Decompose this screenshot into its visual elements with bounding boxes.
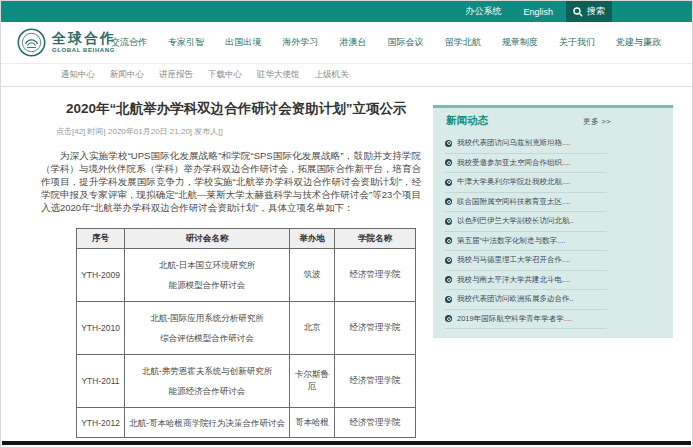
cell-symposium-name: 北航-弗劳恩霍夫系统与创新研究所能源经济合作研讨会: [125, 355, 290, 408]
nav-item-9[interactable]: 关于我们: [559, 36, 595, 49]
news-item-label: 我校代表团访问欧洲拓展多边合作..: [457, 294, 574, 304]
table-header-cell: 序号: [77, 229, 125, 249]
cell-serial: YTH-2012: [77, 408, 125, 438]
main-nav: 交流合作专家引智出国出境海外学习港澳台国际会议留学北航规章制度关于我们党建与廉政: [111, 22, 661, 63]
news-sidebar: 新闻动态 更多 >> 我校代表团访问乌兹别克斯坦格....我校受邀参加亚太空间合…: [433, 105, 673, 338]
top-utility-bar: 办公系统 English 搜索: [1, 1, 692, 22]
news-bullet-icon: [445, 237, 452, 244]
search-button[interactable]: 搜索: [566, 1, 612, 22]
cell-symposium-name: 北航-国际应用系统分析研究所综合评估模型合作研讨会: [125, 302, 290, 355]
cell-city: 筑波: [290, 249, 335, 302]
news-item-label: 我校与南太平洋大学共建北斗电....: [457, 275, 570, 285]
screenshot-bottom-edge: [2, 441, 691, 445]
symposium-name-line: 北航-弗劳恩霍夫系统与创新研究所: [127, 365, 287, 377]
secondary-nav: 通知中心新闻中心讲座报告下载中心驻华大使馆上级机关: [1, 64, 692, 87]
news-item-label: 2019年国际航空科学青年学者学....: [457, 314, 572, 324]
page-title: 2020年“北航举办学科双边合作研讨会资助计划”立项公示: [66, 101, 421, 117]
news-item-label: 我校与马德里理工大学召开合作....: [457, 255, 570, 265]
cell-city: 卡尔斯鲁厄: [290, 355, 335, 408]
news-item-label: 第五届“中法数字化制造与数字....: [457, 236, 565, 246]
symposium-name-line: 综合评估模型合作研讨会: [127, 332, 287, 344]
symposium-name-line: 能源模型合作研讨会: [127, 279, 287, 291]
news-sidebar-title: 新闻动态: [446, 114, 488, 128]
subnav-item-3[interactable]: 讲座报告: [159, 69, 193, 81]
news-item-10[interactable]: 2019年国际航空科学青年学者学....: [445, 310, 607, 330]
news-item-label: 联合国附属空间科技教育亚太区....: [457, 197, 570, 207]
news-item-6[interactable]: 第五届“中法数字化制造与数字....: [445, 232, 607, 252]
english-link[interactable]: English: [523, 7, 553, 17]
nav-item-5[interactable]: 港澳台: [339, 36, 366, 49]
main-content: 2020年“北航举办学科双边合作研讨会资助计划”立项公示 点击[42] 时间[ …: [1, 87, 692, 441]
nav-item-2[interactable]: 专家引智: [168, 36, 204, 49]
table-row: YTH-2012北航-哥本哈根商学院行为决策合作研讨会哥本哈根经济管理学院: [77, 408, 416, 438]
cell-serial: YTH-2010: [77, 302, 125, 355]
cell-city: 哥本哈根: [290, 408, 335, 438]
logo-title: 全球合作: [52, 31, 116, 46]
table-header-cell: 举办地: [290, 229, 335, 249]
nav-item-7[interactable]: 留学北航: [445, 36, 481, 49]
table-header-cell: 学院名称: [335, 229, 416, 249]
article-body: 为深入实施学校“UPS国际化发展战略”和学院“SPS国际化发展战略”，鼓励并支持…: [41, 149, 421, 214]
news-bullet-icon: [445, 140, 452, 147]
table-row: YTH-2010北航-国际应用系统分析研究所综合评估模型合作研讨会北京经济管理学…: [77, 302, 416, 355]
beihang-seal-logo: [17, 28, 46, 57]
news-item-2[interactable]: 我校受邀参加亚太空间合作组织....: [445, 154, 607, 174]
news-item-3[interactable]: 牛津大学奥利尔学院赴我校北航....: [445, 173, 607, 193]
cell-city: 北京: [290, 302, 335, 355]
search-button-label: 搜索: [587, 5, 605, 18]
article-meta: 点击[42] 时间[ 2020年01月20日 21:20] 发布人[]: [56, 126, 421, 137]
news-list: 我校代表团访问乌兹别克斯坦格....我校受邀参加亚太空间合作组织....牛津大学…: [433, 134, 673, 329]
news-bullet-icon: [445, 159, 452, 166]
news-bullet-icon: [445, 198, 452, 205]
table-header-row: 序号研讨会名称举办地学院名称: [77, 229, 416, 249]
symposium-table: 序号研讨会名称举办地学院名称 YTH-2009北航-日本国立环境研究所能源模型合…: [76, 228, 416, 438]
news-bullet-icon: [445, 296, 452, 303]
logo-text: 全球合作 GLOBAL BEIHANG: [52, 31, 116, 54]
site-header: 全球合作 GLOBAL BEIHANG 交流合作专家引智出国出境海外学习港澳台国…: [1, 22, 692, 64]
news-bullet-icon: [445, 315, 452, 322]
cell-school: 经济管理学院: [335, 355, 416, 408]
search-icon: [573, 7, 583, 17]
nav-item-10[interactable]: 党建与廉政: [616, 36, 661, 49]
subnav-item-2[interactable]: 新闻中心: [110, 69, 144, 81]
cell-school: 经济管理学院: [335, 249, 416, 302]
news-item-1[interactable]: 我校代表团访问乌兹别克斯坦格....: [445, 134, 607, 154]
symposium-table-body: YTH-2009北航-日本国立环境研究所能源模型合作研讨会筑波经济管理学院YTH…: [77, 249, 416, 438]
news-item-5[interactable]: 以色列巴伊兰大学副校长访问北航..: [445, 212, 607, 232]
cell-serial: YTH-2009: [77, 249, 125, 302]
logo-subtitle: GLOBAL BEIHANG: [52, 46, 116, 54]
table-header-cell: 研讨会名称: [125, 229, 290, 249]
news-item-9[interactable]: 我校代表团访问欧洲拓展多边合作..: [445, 290, 607, 310]
office-system-link[interactable]: 办公系统: [465, 5, 501, 18]
subnav-item-5[interactable]: 驻华大使馆: [257, 69, 300, 81]
news-item-label: 我校受邀参加亚太空间合作组织....: [457, 158, 570, 168]
table-row: YTH-2009北航-日本国立环境研究所能源模型合作研讨会筑波经济管理学院: [77, 249, 416, 302]
nav-item-8[interactable]: 规章制度: [502, 36, 538, 49]
cell-serial: YTH-2011: [77, 355, 125, 408]
news-item-label: 以色列巴伊兰大学副校长访问北航..: [457, 216, 574, 226]
nav-item-1[interactable]: 交流合作: [111, 36, 147, 49]
symposium-name-line: 北航-日本国立环境研究所: [127, 259, 287, 271]
nav-item-6[interactable]: 国际会议: [388, 36, 424, 49]
subnav-item-4[interactable]: 下载中心: [208, 69, 242, 81]
symposium-name-line: 北航-国际应用系统分析研究所: [127, 312, 287, 324]
table-row: YTH-2011北航-弗劳恩霍夫系统与创新研究所能源经济合作研讨会卡尔斯鲁厄经济…: [77, 355, 416, 408]
news-item-label: 我校代表团访问乌兹别克斯坦格....: [457, 138, 570, 148]
article: 2020年“北航举办学科双边合作研讨会资助计划”立项公示 点击[42] 时间[ …: [41, 101, 421, 438]
nav-item-4[interactable]: 海外学习: [282, 36, 318, 49]
cell-symposium-name: 北航-哥本哈根商学院行为决策合作研讨会: [125, 408, 290, 438]
more-link[interactable]: 更多 >>: [583, 116, 611, 127]
cell-symposium-name: 北航-日本国立环境研究所能源模型合作研讨会: [125, 249, 290, 302]
nav-item-3[interactable]: 出国出境: [225, 36, 261, 49]
cell-school: 经济管理学院: [335, 408, 416, 438]
news-item-7[interactable]: 我校与马德里理工大学召开合作....: [445, 251, 607, 271]
news-item-4[interactable]: 联合国附属空间科技教育亚太区....: [445, 193, 607, 213]
site-logo[interactable]: 全球合作 GLOBAL BEIHANG: [17, 28, 116, 57]
news-bullet-icon: [445, 179, 452, 186]
subnav-item-6[interactable]: 上级机关: [315, 69, 349, 81]
cell-school: 经济管理学院: [335, 302, 416, 355]
symposium-name-line: 能源经济合作研讨会: [127, 385, 287, 397]
news-sidebar-header: 新闻动态 更多 >>: [433, 108, 673, 134]
news-item-8[interactable]: 我校与南太平洋大学共建北斗电....: [445, 271, 607, 291]
subnav-item-1[interactable]: 通知中心: [61, 69, 95, 81]
